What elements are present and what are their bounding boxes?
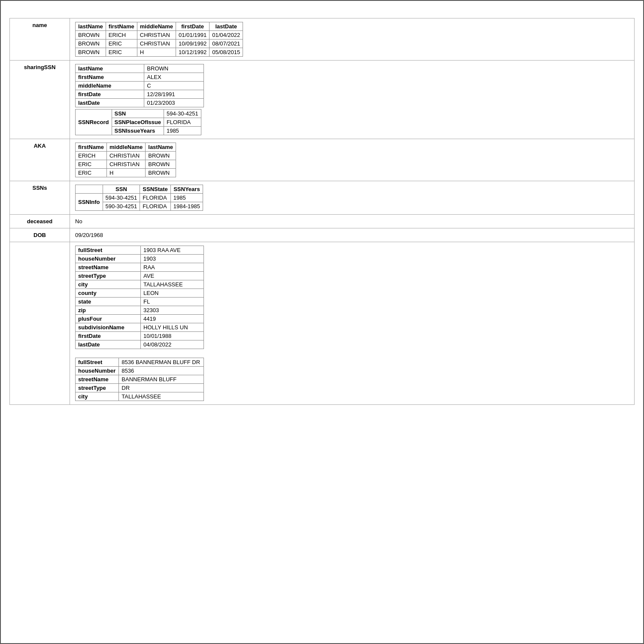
- list-item: fullStreet8536 BANNERMAN BLUFF DR: [76, 358, 204, 367]
- ssnrecord-table: SSNRecordSSN594-30-4251SSNPlaceOfIssueFL…: [75, 109, 201, 135]
- name-col-middlename: middleName: [137, 22, 176, 31]
- ssns-table: SSN SSNState SSNYears SSNInfo594-30-4251…: [75, 185, 203, 211]
- page-container: name lastName firstName middleName first…: [0, 0, 644, 644]
- ssns-col-ssnyears: SSNYears: [170, 185, 203, 194]
- name-col-lastdate: lastDate: [210, 22, 243, 31]
- address-row: fullStreet1903 RAA AVEhouseNumber1903str…: [10, 242, 635, 405]
- table-row: BROWNERICHCHRISTIAN01/01/199101/04/2022: [76, 31, 243, 39]
- address-label: [10, 242, 70, 405]
- list-item: fullStreet1903 RAA AVE: [76, 246, 204, 255]
- list-item: lastNameBROWN: [76, 64, 204, 73]
- aka-col-firstname: firstName: [76, 143, 107, 152]
- sharingssn-content: lastNameBROWNfirstNameALEXmiddleNameCfir…: [70, 61, 635, 139]
- table-row: ERICHBROWN: [76, 169, 176, 177]
- name-col-lastname: lastName: [76, 22, 106, 31]
- sharingssn-label: sharingSSN: [10, 61, 70, 139]
- list-item: houseNumber1903: [76, 255, 204, 263]
- deceased-value: No: [70, 215, 635, 228]
- list-item: countyLEON: [76, 289, 204, 298]
- dob-row: DOB 09/20/1968: [10, 228, 635, 242]
- dob-label: DOB: [10, 228, 70, 242]
- sharingssn-row: sharingSSN lastNameBROWNfirstNameALEXmid…: [10, 61, 635, 139]
- address2-table: fullStreet8536 BANNERMAN BLUFF DRhouseNu…: [75, 358, 204, 401]
- ssns-col-ssninfo: [76, 185, 103, 194]
- ssns-info-label: SSNInfo: [76, 194, 103, 211]
- ssns-row: SSNs SSN SSNState SSNYears SSNInfo: [10, 181, 635, 215]
- aka-content: firstName middleName lastName ERICHCHRIS…: [70, 139, 635, 181]
- list-item: firstNameALEX: [76, 73, 204, 82]
- aka-col-lastname: lastName: [146, 143, 176, 152]
- aka-row: AKA firstName middleName lastName ERICHC…: [10, 139, 635, 181]
- name-table: lastName firstName middleName firstDate …: [75, 22, 243, 57]
- address1-table: fullStreet1903 RAA AVEhouseNumber1903str…: [75, 246, 204, 349]
- name-content: lastName firstName middleName firstDate …: [70, 18, 635, 61]
- aka-label: AKA: [10, 139, 70, 181]
- main-table: name lastName firstName middleName first…: [9, 18, 635, 405]
- table-row: SSNInfo594-30-4251FLORIDA1985: [76, 194, 203, 202]
- table-row: BROWNERICH10/12/199205/08/2015: [76, 48, 243, 57]
- deceased-label: deceased: [10, 215, 70, 228]
- name-label: name: [10, 18, 70, 61]
- aka-table: firstName middleName lastName ERICHCHRIS…: [75, 143, 176, 177]
- list-item: streetTypeAVE: [76, 272, 204, 280]
- ssns-label: SSNs: [10, 181, 70, 215]
- list-item: plusFour4419: [76, 315, 204, 323]
- list-item: middleNameC: [76, 82, 204, 90]
- aka-col-middlename: middleName: [106, 143, 145, 152]
- ssnrecord-label: SSNRecord: [76, 109, 112, 135]
- name-col-firstdate: firstDate: [176, 22, 210, 31]
- list-item: firstDate10/01/1988: [76, 332, 204, 340]
- name-row: name lastName firstName middleName first…: [10, 18, 635, 61]
- deceased-row: deceased No: [10, 215, 635, 228]
- list-item: streetNameBANNERMAN BLUFF: [76, 375, 204, 384]
- list-item: SSNRecordSSN594-30-4251: [76, 109, 201, 118]
- list-item: streetTypeDR: [76, 384, 204, 392]
- sharingssn-kv-table: lastNameBROWNfirstNameALEXmiddleNameCfir…: [75, 64, 204, 107]
- list-item: zip32303: [76, 306, 204, 315]
- list-item: subdivisionNameHOLLY HILLS UN: [76, 323, 204, 332]
- ssns-content: SSN SSNState SSNYears SSNInfo594-30-4251…: [70, 181, 635, 215]
- table-row: ERICHCHRISTIANBROWN: [76, 152, 176, 160]
- ssns-col-ssnstate: SSNState: [140, 185, 171, 194]
- dob-value: 09/20/1968: [70, 228, 635, 242]
- list-item: firstDate12/28/1991: [76, 90, 204, 99]
- table-row: BROWNERICCHRISTIAN10/09/199208/07/2021: [76, 39, 243, 48]
- list-item: streetNameRAA: [76, 263, 204, 272]
- list-item: stateFL: [76, 298, 204, 306]
- name-col-firstname: firstName: [106, 22, 137, 31]
- list-item: houseNumber8536: [76, 367, 204, 375]
- address-content: fullStreet1903 RAA AVEhouseNumber1903str…: [70, 242, 635, 405]
- list-item: lastDate01/23/2003: [76, 99, 204, 107]
- table-row: ERICCHRISTIANBROWN: [76, 160, 176, 169]
- list-item: lastDate04/08/2022: [76, 340, 204, 349]
- ssns-col-ssn: SSN: [103, 185, 140, 194]
- list-item: cityTALLAHASSEE: [76, 392, 204, 401]
- list-item: cityTALLAHASSEE: [76, 280, 204, 289]
